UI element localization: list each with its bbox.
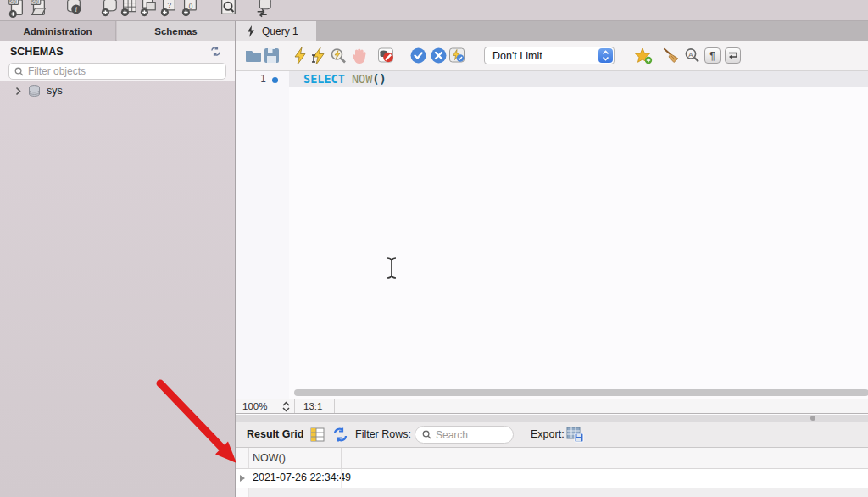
panel-splitter[interactable] <box>236 415 868 422</box>
sql-function: NOW <box>352 72 372 86</box>
editor-horizontal-scrollbar[interactable] <box>294 389 868 396</box>
dropdown-stepper-icon <box>598 48 613 63</box>
result-row-empty <box>236 488 868 497</box>
query-tab-label: Query 1 <box>262 25 298 37</box>
result-search-input[interactable] <box>436 429 504 441</box>
editor-gutter <box>236 71 289 399</box>
sql-keyword: SELECT <box>303 72 352 86</box>
sql-parens: () <box>372 72 386 86</box>
lightning-icon <box>247 25 255 37</box>
create-schema-icon[interactable] <box>100 0 119 20</box>
refresh-schemas-icon[interactable] <box>210 46 221 57</box>
result-grid-header-row: NOW() <box>236 448 868 469</box>
execute-icon[interactable] <box>293 47 307 64</box>
line-number: 1 <box>251 73 266 85</box>
svg-text:SQL: SQL <box>9 0 18 4</box>
schema-filter-input[interactable] <box>28 65 198 77</box>
result-grid-toolbar: Result Grid Filter Rows: Export: <box>236 422 868 448</box>
tab-administration[interactable]: Administration <box>0 21 116 41</box>
schema-tree-item-sys[interactable]: sys <box>0 83 235 98</box>
result-grid-view-icon[interactable] <box>310 427 325 442</box>
result-row[interactable]: 2021-07-26 22:34:49 <box>236 469 868 488</box>
svg-text:SQL: SQL <box>31 0 40 4</box>
limit-dropdown[interactable]: Don't Limit <box>484 47 615 64</box>
create-view-icon[interactable] <box>139 0 158 20</box>
query-workspace: Query 1 <box>235 21 868 497</box>
svg-text:i: i <box>75 6 77 14</box>
create-procedure-icon[interactable]: ? <box>159 0 178 20</box>
explain-icon[interactable] <box>330 47 347 64</box>
svg-text:?: ? <box>168 2 172 9</box>
tab-query-1[interactable]: Query 1 <box>236 21 316 41</box>
query-tabstrip: Query 1 <box>236 21 868 41</box>
open-file-icon[interactable] <box>245 47 262 63</box>
row-selector-arrow-icon <box>240 475 245 482</box>
find-icon[interactable]: A <box>684 47 700 64</box>
row-marker-header-cell <box>236 448 249 468</box>
sql-code-line[interactable]: SELECT NOW() <box>303 72 387 87</box>
search-icon <box>14 67 24 76</box>
stop-icon <box>351 47 367 64</box>
sidebar: Administration Schemas SCHEMAS <box>0 21 235 497</box>
connection-info-icon[interactable]: i <box>64 0 83 20</box>
beautify-icon[interactable] <box>662 47 680 64</box>
show-invisibles-button[interactable]: ¶ <box>704 47 721 64</box>
splitter-handle-dot <box>810 416 815 421</box>
column-divider <box>341 469 342 488</box>
filter-rows-label: Filter Rows: <box>355 428 411 440</box>
statusbar-divider <box>294 399 295 413</box>
wrap-text-button[interactable] <box>725 47 741 64</box>
result-cell[interactable]: 2021-07-26 22:34:49 <box>253 472 351 483</box>
editor-status-bar: 100% 13:1 <box>236 399 868 414</box>
row-marker-cell <box>236 488 249 497</box>
caret-position: 13:1 <box>303 401 322 411</box>
export-results-icon[interactable] <box>566 427 584 443</box>
toggle-autocommit-icon[interactable] <box>449 47 465 64</box>
refresh-results-icon[interactable] <box>333 427 348 442</box>
query-toolbar: Don't Limit A <box>236 41 868 71</box>
rollback-icon[interactable] <box>431 47 447 64</box>
svg-text:(): () <box>188 2 192 9</box>
schema-name: sys <box>47 85 63 97</box>
zoom-stepper-icon[interactable] <box>281 400 291 413</box>
save-snippet-icon[interactable] <box>635 47 653 64</box>
schema-db-icon <box>28 85 41 97</box>
main-toolbar: SQL SQL i <box>0 0 868 21</box>
export-label: Export: <box>531 428 565 440</box>
schemas-panel-title: SCHEMAS <box>10 46 64 58</box>
chevron-right-icon[interactable] <box>15 87 21 96</box>
result-search-box[interactable] <box>415 426 514 444</box>
create-function-icon[interactable]: () <box>181 0 199 20</box>
mysql-workbench-window: SQL SQL i <box>0 0 868 497</box>
sync-database-icon[interactable] <box>254 0 273 20</box>
result-grid-title: Result Grid <box>247 428 303 440</box>
column-header[interactable]: NOW() <box>253 452 286 464</box>
sql-editor[interactable]: 1 SELECT NOW() <box>236 71 868 399</box>
search-icon <box>422 430 431 439</box>
schemas-panel-header: SCHEMAS <box>0 41 235 81</box>
limit-dropdown-value: Don't Limit <box>492 50 598 62</box>
sidebar-tabstrip: Administration Schemas <box>0 21 235 41</box>
new-sql-tab-icon[interactable]: SQL <box>7 0 25 20</box>
statement-marker-dot <box>272 77 278 83</box>
pilcrow-icon: ¶ <box>709 50 715 62</box>
text-cursor-ibeam <box>385 256 398 280</box>
search-objects-icon[interactable] <box>219 0 237 20</box>
svg-text:A: A <box>688 51 693 59</box>
zoom-level: 100% <box>242 401 267 411</box>
open-sql-script-icon[interactable]: SQL <box>29 0 47 20</box>
commit-icon[interactable] <box>410 47 426 64</box>
tab-schemas[interactable]: Schemas <box>117 21 235 41</box>
schema-filter-box[interactable] <box>8 63 226 80</box>
statusbar-divider <box>334 399 335 413</box>
execute-current-icon[interactable] <box>311 47 326 64</box>
wrap-text-icon <box>728 51 738 60</box>
create-table-icon[interactable] <box>120 0 138 20</box>
column-divider[interactable] <box>341 448 342 468</box>
save-icon[interactable] <box>264 47 280 64</box>
toggle-stop-on-error-icon[interactable] <box>378 47 394 64</box>
